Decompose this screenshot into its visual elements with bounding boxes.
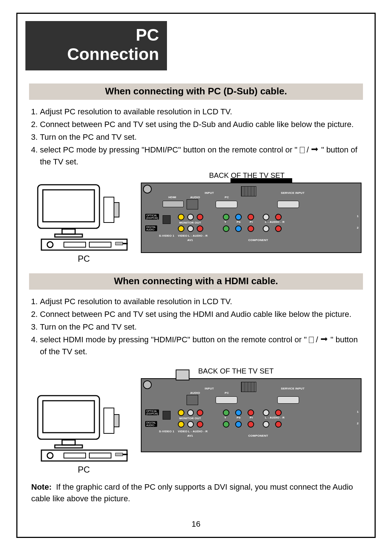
- lbl-digital-audio: DIGITAL AUDIO: [145, 225, 157, 232]
- note-body: If the graphic card of the PC only suppo…: [31, 482, 353, 503]
- jack-icon: [187, 409, 194, 416]
- pc-vga-port-icon: [216, 396, 237, 404]
- tv-back-panel: INPUT SERVICE INPUT AUDIO PC OPTICAL (DD…: [141, 378, 362, 452]
- jack-icon: [187, 421, 194, 428]
- page-title-line1: PC: [33, 25, 159, 45]
- pc-monitor-icon: [35, 183, 133, 252]
- lbl-input: INPUT: [205, 191, 214, 195]
- antenna-port-icon: [241, 186, 256, 196]
- note-label: Note:: [31, 482, 52, 491]
- svg-rect-13: [43, 401, 94, 433]
- jack-icon: [235, 214, 242, 220]
- note-block: Note: If the graphic card of the PC only…: [31, 481, 361, 505]
- lbl-svideo: S-VIDEO 1: [159, 234, 174, 237]
- lbl-monitor-out: MONITOR OUT: [179, 417, 201, 420]
- section-heading-hdmi: When connecting with a HDMI cable.: [29, 273, 363, 290]
- lbl-pb: Pb: [237, 416, 241, 419]
- lbl-audio: AUDIO: [190, 391, 200, 395]
- svg-rect-18: [64, 453, 86, 458]
- steps-list-dsub: Adjust PC resolution to available resolu…: [30, 106, 362, 168]
- step: Connect between PC and TV set using the …: [40, 308, 362, 320]
- lbl-row1: 1: [357, 410, 359, 413]
- diagram-hdmi: PC INPUT SERVICE INPUT AUDIO PC: [31, 378, 362, 475]
- lbl-row2: 2: [357, 422, 359, 425]
- lbl-y: Y: [224, 416, 226, 419]
- jack-icon: [263, 225, 269, 232]
- antenna-port-icon: [241, 382, 256, 392]
- step: Turn on the PC and TV set.: [40, 131, 362, 143]
- svg-rect-11: [123, 243, 128, 244]
- step: select HDMI mode by pressing "HDMI/PC" b…: [40, 334, 362, 358]
- svg-rect-3: [55, 234, 82, 237]
- pc-monitor-icon: [35, 393, 133, 462]
- svideo-port-icon: [143, 380, 152, 389]
- service-port-icon: [277, 201, 299, 208]
- svg-rect-1: [43, 190, 94, 222]
- audio-port-icon: [187, 395, 198, 405]
- lbl-component: COMPONENT: [248, 434, 268, 437]
- jack-icon: [197, 225, 203, 232]
- diagram-dsub: PC INPUT SERVICE INPUT HDMI AUDIO PC: [31, 183, 362, 264]
- jack-icon: [197, 409, 203, 416]
- svg-point-5: [47, 242, 53, 248]
- lbl-component: COMPONENT: [248, 238, 268, 242]
- lbl-y: Y: [224, 220, 226, 224]
- jack-icon: [178, 409, 184, 416]
- svideo-port-icon: [143, 185, 152, 193]
- step-text: select PC mode by pressing "HDMI/PC" but…: [40, 145, 358, 166]
- svg-rect-21: [114, 415, 119, 427]
- jack-icon: [248, 214, 254, 220]
- tv-back-panel: INPUT SERVICE INPUT HDMI AUDIO PC: [141, 183, 362, 253]
- pc-illustration: PC: [31, 183, 136, 264]
- lbl-pc: PC: [225, 196, 229, 199]
- svg-rect-7: [89, 242, 111, 247]
- jack-icon: [187, 214, 194, 220]
- lbl-pc: PC: [225, 391, 229, 395]
- service-port-icon: [277, 396, 299, 404]
- jack-icon: [187, 225, 194, 232]
- jack-icon: [178, 214, 184, 220]
- jack-icon: [235, 225, 242, 232]
- jack-icon: [223, 409, 229, 416]
- jack-icon: [263, 409, 269, 416]
- step-text: select HDMI mode by pressing "HDMI/PC" b…: [40, 335, 358, 356]
- hdmi-plug-icon: [176, 370, 189, 380]
- jack-icon: [223, 214, 229, 220]
- lbl-row1: 1: [357, 215, 359, 218]
- jack-icon: [275, 409, 282, 416]
- lbl-laudio-r2: L - AUDIO - R: [188, 234, 208, 237]
- svg-rect-22: [115, 453, 123, 456]
- back-of-tv-label: BACK OF THE TV SET: [107, 367, 364, 375]
- jack-icon: [235, 409, 242, 416]
- lbl-laudio-r: L - AUDIO - R: [265, 220, 285, 224]
- step: select PC mode by pressing "HDMI/PC" but…: [40, 144, 362, 168]
- lbl-av1: AV1: [187, 238, 193, 242]
- svg-rect-8: [104, 197, 114, 223]
- pc-label: PC: [78, 254, 90, 264]
- svg-rect-14: [62, 440, 75, 445]
- page-title-line2: Connection: [33, 45, 159, 64]
- lbl-service-input: SERVICE INPUT: [281, 387, 305, 390]
- jack-icon: [248, 421, 254, 428]
- svg-rect-2: [62, 229, 75, 234]
- lbl-digital-audio: DIGITAL AUDIO: [145, 421, 157, 427]
- steps-list-hdmi: Adjust PC resolution to available resolu…: [30, 295, 362, 358]
- jack-icon: [197, 214, 203, 220]
- lbl-row2: 2: [357, 226, 359, 229]
- lbl-laudio-r: L - AUDIO - R: [265, 416, 285, 419]
- lbl-hdmi: HDMI: [168, 196, 176, 199]
- svg-rect-16: [41, 450, 127, 461]
- step: Adjust PC resolution to available resolu…: [40, 295, 362, 307]
- lbl-optical: OPTICAL (DD/PCM): [145, 409, 159, 416]
- pc-illustration: PC: [31, 378, 136, 475]
- lbl-service-input: SERVICE INPUT: [281, 191, 305, 195]
- jack-icon: [178, 225, 184, 232]
- svg-rect-19: [89, 453, 111, 458]
- svg-rect-20: [104, 408, 114, 433]
- pc-label: PC: [78, 465, 90, 475]
- svg-rect-9: [114, 203, 119, 217]
- jack-icon: [275, 421, 282, 428]
- step: Adjust PC resolution to available resolu…: [40, 106, 362, 118]
- lbl-pr: Pr: [250, 220, 253, 224]
- jack-icon: [248, 225, 254, 232]
